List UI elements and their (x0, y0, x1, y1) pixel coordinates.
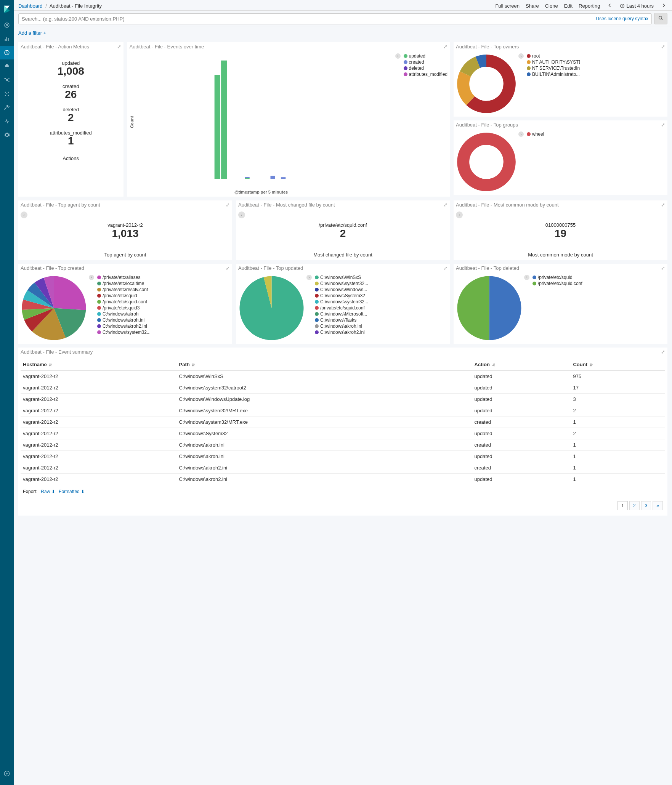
action-clone[interactable]: Clone (545, 3, 558, 9)
legend-item[interactable]: /private/etc/squid (97, 293, 151, 298)
legend-item[interactable]: wheel (527, 131, 544, 137)
legend-item[interactable]: /private/etc/squid.conf (97, 299, 151, 304)
legend-item[interactable]: C:\windows\System32 (315, 293, 368, 298)
add-filter-button[interactable]: Add a filter + (18, 30, 46, 36)
expand-icon[interactable]: ⤢ (661, 349, 665, 355)
legend-item[interactable]: deleted (404, 66, 447, 71)
scroll-left-icon[interactable]: ‹ (456, 211, 463, 218)
expand-icon[interactable]: ⤢ (661, 202, 665, 208)
legend-item[interactable]: /private/etc/squid.conf (532, 281, 582, 286)
legend-item[interactable]: /private/etc/aliases (97, 275, 151, 280)
breadcrumb-current: Auditbeat - File Integrity (50, 3, 102, 9)
action-reporting[interactable]: Reporting (579, 3, 600, 9)
legend-item[interactable]: C:\windows\Tasks (315, 317, 368, 323)
action-share[interactable]: Share (526, 3, 539, 9)
expand-icon[interactable]: ⤢ (661, 44, 665, 50)
legend-item[interactable]: C:\windows\akroh (97, 311, 151, 317)
legend-item[interactable]: /private/etc/localtime (97, 281, 151, 286)
svg-rect-28 (270, 176, 275, 179)
metric-value: 2 (238, 228, 447, 240)
legend-toggle-icon[interactable]: › (395, 53, 401, 59)
legend-item[interactable]: attributes_modified (404, 72, 447, 77)
pager-button[interactable]: 1 (617, 501, 628, 510)
search-input[interactable] (19, 14, 596, 24)
metric-label: vagrant-2012-r2 (21, 222, 230, 228)
column-header[interactable]: Action ⇵ (472, 359, 571, 371)
legend-toggle-icon[interactable]: › (89, 275, 94, 280)
nav-graph-icon[interactable] (0, 87, 14, 101)
legend-item[interactable]: /private/etc/resolv.conf (97, 287, 151, 292)
expand-icon[interactable]: ⤢ (661, 122, 665, 128)
nav-dashboard-icon[interactable] (0, 46, 14, 59)
expand-icon[interactable]: ⤢ (443, 44, 447, 50)
time-prev-icon[interactable] (606, 3, 614, 9)
legend-item[interactable]: C:\windows\Windows... (315, 287, 368, 292)
action-fullscreen[interactable]: Full screen (495, 3, 520, 9)
legend-item[interactable]: /private/etc/squid3 (97, 305, 151, 311)
nav-discover-icon[interactable] (0, 18, 14, 32)
column-header[interactable]: Hostname ⇵ (21, 359, 177, 371)
legend-item[interactable]: updated (404, 53, 447, 59)
legend-item[interactable]: C:\windows\akroh.ini (315, 324, 368, 329)
metric-caption: Most common mode by count (456, 252, 665, 258)
legend-item[interactable]: C:\windows\system32... (97, 330, 151, 335)
breadcrumb-root[interactable]: Dashboard (18, 3, 43, 9)
action-edit[interactable]: Edit (564, 3, 573, 9)
pager-button[interactable]: 2 (629, 501, 640, 510)
nav-timelion-icon[interactable] (0, 59, 14, 73)
legend-item[interactable]: C:\windows\system32... (315, 281, 368, 286)
svg-point-40 (469, 145, 504, 179)
expand-icon[interactable]: ⤢ (443, 202, 447, 208)
panel-common-mode: Auditbeat - File - Most common mode by c… (454, 200, 667, 260)
legend-item[interactable]: C:\windows\akroh2.ini (315, 330, 368, 335)
nav-monitoring-icon[interactable] (0, 114, 14, 128)
legend-toggle-icon[interactable]: › (306, 275, 312, 280)
time-next-icon[interactable] (660, 3, 667, 9)
legend-item[interactable]: root (527, 53, 580, 59)
legend-item[interactable]: C:\windows\Microsoft... (315, 311, 368, 317)
panel-top-created: Auditbeat - File - Top created⤢ › /priva… (18, 264, 232, 344)
expand-icon[interactable]: ⤢ (661, 265, 665, 271)
metric-value: 19 (456, 228, 665, 240)
legend-item[interactable]: C:\windows\akroh2.ini (97, 324, 151, 329)
legend-toggle-icon[interactable]: › (524, 275, 529, 280)
legend-toggle-icon[interactable]: › (518, 53, 524, 59)
pager-button[interactable]: » (653, 501, 663, 510)
nav-apm-icon[interactable] (0, 73, 14, 87)
export-raw-link[interactable]: Raw ⬇ (41, 489, 55, 494)
metric-caption: Most changed file by count (238, 252, 447, 258)
legend-item[interactable]: C:\windows\WinSxS (315, 275, 368, 280)
legend-item[interactable]: NT SERVICE\TrustedIn... (527, 66, 580, 71)
pager-button[interactable]: 3 (641, 501, 651, 510)
nav-management-icon[interactable] (0, 128, 14, 142)
kibana-logo[interactable] (0, 0, 14, 18)
nav-visualize-icon[interactable] (0, 32, 14, 46)
legend-item[interactable]: /private/etc/squid (532, 275, 582, 280)
export-formatted-link[interactable]: Formatted ⬇ (59, 489, 85, 494)
legend-item[interactable]: C:\windows\akroh.ini (97, 317, 151, 323)
svg-rect-24 (214, 75, 220, 179)
table-row: vagrant-2012-r2C:\windows\system32\catro… (21, 382, 665, 393)
panel-top-groups: Auditbeat - File - Top groups⤢ › wheel (454, 120, 667, 195)
column-header[interactable]: Path ⇵ (177, 359, 472, 371)
legend-item[interactable]: BUILTIN\Administrato... (527, 72, 580, 77)
legend-item[interactable]: NT AUTHORITY\SYSTE... (527, 59, 580, 65)
expand-icon[interactable]: ⤢ (443, 265, 447, 271)
legend-item[interactable]: /private/etc/squid.conf (315, 305, 368, 311)
timepicker[interactable]: Last 4 hours (620, 3, 654, 9)
legend-item[interactable]: created (404, 59, 447, 65)
pie-top-deleted (456, 275, 523, 341)
scroll-left-icon[interactable]: ‹ (21, 211, 27, 218)
expand-icon[interactable]: ⤢ (226, 265, 230, 271)
nav-devtools-icon[interactable] (0, 101, 14, 114)
expand-icon[interactable]: ⤢ (226, 202, 230, 208)
search-hint[interactable]: Uses lucene query syntax (596, 16, 651, 21)
sidebar-collapse-icon[interactable] (0, 767, 14, 780)
legend-item[interactable]: C:\windows\system32... (315, 299, 368, 304)
expand-icon[interactable]: ⤢ (117, 44, 121, 50)
column-header[interactable]: Count ⇵ (571, 359, 665, 371)
scroll-left-icon[interactable]: ‹ (238, 211, 245, 218)
search-button[interactable] (654, 13, 667, 24)
legend-toggle-icon[interactable]: › (518, 131, 524, 137)
metric-value: 2 (21, 112, 121, 123)
